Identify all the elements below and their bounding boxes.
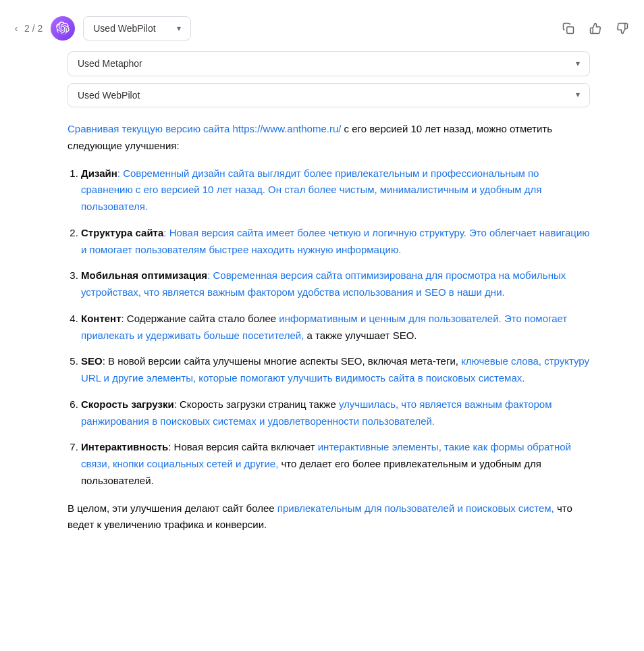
list-item: Интерактивность: Новая версия сайта вклю… — [81, 439, 590, 489]
list-item: Мобильная оптимизация: Современная верси… — [81, 267, 590, 301]
site-link[interactable]: https://www.anthome.ru/ — [233, 123, 342, 134]
plugin-label-0: Used WebPilot — [93, 21, 155, 36]
list-item: Контент: Содержание сайта стало более ин… — [81, 311, 590, 344]
content-area: Used Metaphor ▾ Used WebPilot ▾ Сравнива… — [0, 51, 644, 533]
plugin-dropdown-2[interactable]: Used WebPilot ▾ — [68, 83, 590, 107]
conclusion-paragraph: В целом, эти улучшения делают сайт более… — [68, 500, 590, 534]
prev-page-button[interactable]: ‹ — [11, 23, 22, 34]
plugin-label-1: Used Metaphor — [78, 56, 142, 71]
plugin-dropdown-0[interactable]: Used WebPilot ▾ — [83, 16, 191, 41]
thumbup-button[interactable] — [585, 18, 606, 39]
conclusion-text: В целом, эти улучшения делают сайт более — [68, 502, 277, 514]
chevron-down-icon-1: ▾ — [576, 57, 580, 70]
conclusion-colored: привлекательным для пользователей и поис… — [277, 502, 554, 514]
chevron-down-icon-2: ▾ — [576, 88, 580, 101]
thumbdown-button[interactable] — [612, 18, 633, 39]
openai-logo — [51, 16, 75, 41]
numbered-list: Дизайн: Современный дизайн сайта выгляди… — [68, 165, 590, 490]
intro-text: Сравнивая текущую версию сайта — [68, 123, 233, 134]
plugin-dropdown-1[interactable]: Used Metaphor ▾ — [68, 51, 590, 76]
page-wrapper: ‹ 2 / 2 Used WebPilot ▾ — [0, 0, 644, 651]
chevron-down-icon-0: ▾ — [177, 22, 181, 35]
list-item: Скорость загрузки: Скорость загрузки стр… — [81, 396, 590, 430]
header-left: ‹ 2 / 2 Used WebPilot ▾ — [11, 16, 191, 41]
plugins-list: Used Metaphor ▾ Used WebPilot ▾ — [68, 51, 590, 107]
page-counter: ‹ 2 / 2 — [11, 21, 43, 36]
plugin-label-2: Used WebPilot — [78, 88, 140, 103]
main-response-text: Сравнивая текущую версию сайта https://w… — [68, 121, 590, 533]
list-item: Структура сайта: Новая версия сайта имее… — [81, 225, 590, 259]
intro-paragraph: Сравнивая текущую версию сайта https://w… — [68, 121, 590, 155]
list-item: SEO: В новой версии сайта улучшены многи… — [81, 353, 590, 387]
header-bar: ‹ 2 / 2 Used WebPilot ▾ — [0, 11, 644, 46]
page-label: 2 / 2 — [24, 21, 43, 36]
header-right — [558, 18, 633, 39]
copy-button[interactable] — [558, 18, 579, 39]
list-item: Дизайн: Современный дизайн сайта выгляди… — [81, 165, 590, 215]
svg-rect-0 — [567, 27, 574, 34]
